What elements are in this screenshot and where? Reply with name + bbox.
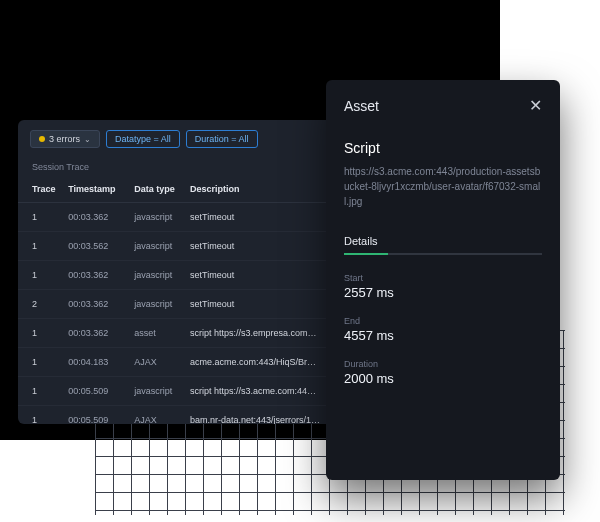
- cell-trace: 1: [18, 377, 62, 406]
- cell-description: script https://s3.empresa.com…: [184, 319, 326, 348]
- metric-start-value: 2557 ms: [344, 285, 542, 300]
- metric-end-value: 4557 ms: [344, 328, 542, 343]
- col-datatype[interactable]: Data type: [128, 176, 184, 203]
- cell-description: setTimeout: [184, 232, 326, 261]
- cell-trace: 1: [18, 261, 62, 290]
- cell-description: setTimeout: [184, 290, 326, 319]
- warning-dot-icon: [39, 136, 45, 142]
- duration-filter[interactable]: Duration = All: [186, 130, 258, 148]
- details-tab[interactable]: Details: [344, 235, 542, 247]
- cell-timestamp: 00:03.362: [62, 261, 128, 290]
- cell-datatype: javascript: [128, 261, 184, 290]
- duration-filter-label: Duration = All: [195, 134, 249, 144]
- cell-trace: 1: [18, 203, 62, 232]
- datatype-filter-label: Datatype = All: [115, 134, 171, 144]
- cell-datatype: javascript: [128, 377, 184, 406]
- cell-timestamp: 00:05.509: [62, 406, 128, 425]
- datatype-filter[interactable]: Datatype = All: [106, 130, 180, 148]
- cell-datatype: javascript: [128, 232, 184, 261]
- panel-title: Asset: [344, 98, 379, 114]
- cell-trace: 1: [18, 406, 62, 425]
- errors-count-label: 3 errors: [49, 134, 80, 144]
- metric-start: Start 2557 ms: [344, 273, 542, 300]
- col-trace[interactable]: Trace: [18, 176, 62, 203]
- cell-description: script https://s3.acme.com:443…: [184, 377, 326, 406]
- asset-detail-panel: Asset ✕ Script https://s3.acme.com:443/p…: [326, 80, 560, 480]
- metric-start-label: Start: [344, 273, 542, 283]
- cell-trace: 1: [18, 232, 62, 261]
- metric-duration: Duration 2000 ms: [344, 359, 542, 386]
- cell-timestamp: 00:03.362: [62, 290, 128, 319]
- cell-timestamp: 00:03.362: [62, 203, 128, 232]
- col-description[interactable]: Description: [184, 176, 326, 203]
- asset-url: https://s3.acme.com:443/production-asset…: [344, 164, 542, 209]
- metric-duration-label: Duration: [344, 359, 542, 369]
- close-icon[interactable]: ✕: [529, 98, 542, 114]
- cell-timestamp: 00:04.183: [62, 348, 128, 377]
- cell-trace: 1: [18, 348, 62, 377]
- details-underline: [344, 253, 542, 255]
- cell-datatype: javascript: [128, 290, 184, 319]
- cell-description: setTimeout: [184, 261, 326, 290]
- cell-trace: 2: [18, 290, 62, 319]
- chevron-down-icon: ⌄: [84, 135, 91, 144]
- cell-trace: 1: [18, 319, 62, 348]
- cell-datatype: javascript: [128, 203, 184, 232]
- cell-description: acme.acme.com:443/HiqS/Brg-…: [184, 348, 326, 377]
- cell-timestamp: 00:03.562: [62, 232, 128, 261]
- metric-duration-value: 2000 ms: [344, 371, 542, 386]
- cell-description: bam.nr-data.net:443/jserrors/1/a…: [184, 406, 326, 425]
- metric-end-label: End: [344, 316, 542, 326]
- metric-end: End 4557 ms: [344, 316, 542, 343]
- errors-filter[interactable]: 3 errors ⌄: [30, 130, 100, 148]
- asset-kind: Script: [344, 140, 542, 156]
- cell-description: setTimeout: [184, 203, 326, 232]
- cell-datatype: AJAX: [128, 406, 184, 425]
- cell-timestamp: 00:03.362: [62, 319, 128, 348]
- cell-datatype: AJAX: [128, 348, 184, 377]
- cell-timestamp: 00:05.509: [62, 377, 128, 406]
- col-timestamp[interactable]: Timestamp: [62, 176, 128, 203]
- cell-datatype: asset: [128, 319, 184, 348]
